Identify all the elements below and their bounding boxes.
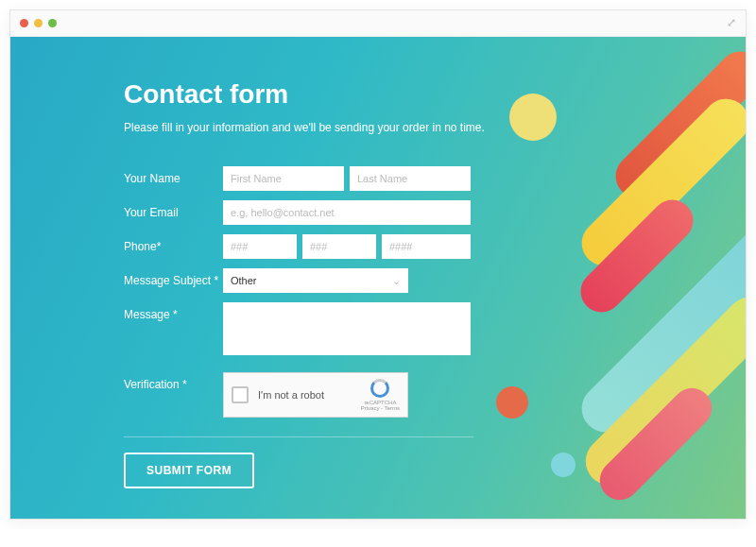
page-title: Contact form <box>124 79 746 110</box>
recaptcha-logo: reCAPTCHA Privacy - Terms <box>361 379 400 411</box>
phone-area-input[interactable] <box>223 234 297 259</box>
message-textarea[interactable] <box>223 302 471 355</box>
minimize-icon[interactable] <box>34 19 43 27</box>
expand-icon[interactable]: ⤢ <box>727 16 736 29</box>
browser-window: ⤢ Contact form Please fill in your infor… <box>9 9 747 520</box>
decoration-shape <box>551 453 576 477</box>
first-name-input[interactable] <box>223 166 344 191</box>
last-name-input[interactable] <box>350 166 471 191</box>
page-content: Contact form Please fill in your informa… <box>10 37 746 519</box>
label-email: Your Email <box>124 200 223 219</box>
window-titlebar: ⤢ <box>10 10 746 37</box>
label-phone: Phone* <box>124 234 223 253</box>
decoration-shape <box>496 386 528 419</box>
recaptcha-checkbox[interactable] <box>232 386 249 403</box>
recaptcha-icon <box>370 379 389 398</box>
subject-select[interactable]: Other <box>223 268 408 293</box>
decoration-shape <box>509 94 557 141</box>
label-name: Your Name <box>124 166 223 185</box>
row-subject: Message Subject * Other ⌄ <box>124 268 746 293</box>
phone-line-input[interactable] <box>382 234 471 259</box>
email-input[interactable] <box>223 200 471 225</box>
recaptcha-terms: Privacy - Terms <box>361 405 400 411</box>
recaptcha-widget[interactable]: I'm not a robot reCAPTCHA Privacy - Term… <box>223 372 408 418</box>
window-controls <box>20 19 57 27</box>
label-message: Message * <box>124 302 223 321</box>
divider <box>124 436 473 437</box>
maximize-icon[interactable] <box>48 19 57 27</box>
close-icon[interactable] <box>20 19 28 27</box>
label-verification: Verification * <box>124 372 223 391</box>
label-subject: Message Subject * <box>124 268 223 287</box>
phone-prefix-input[interactable] <box>302 234 376 259</box>
recaptcha-label: I'm not a robot <box>258 389 352 401</box>
submit-button[interactable]: SUBMIT FORM <box>124 453 254 488</box>
